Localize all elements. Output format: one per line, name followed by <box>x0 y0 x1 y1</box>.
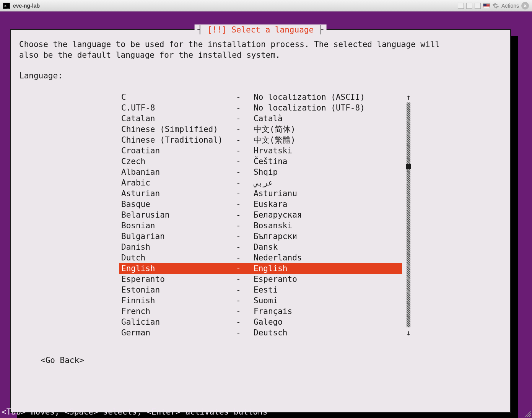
language-name: Chinese (Simplified) <box>121 124 236 135</box>
separator: - <box>236 188 254 199</box>
language-row[interactable]: English-English <box>119 263 402 274</box>
resize-grip-icon[interactable] <box>524 410 531 417</box>
close-icon[interactable]: × <box>521 2 529 10</box>
language-native: No localization (ASCII) <box>254 92 402 102</box>
language-native: Shqip <box>254 167 402 177</box>
separator: - <box>236 285 254 295</box>
separator: - <box>236 156 254 167</box>
scroll-down-icon[interactable]: ↓ <box>406 327 411 338</box>
language-row[interactable]: Estonian-Eesti <box>119 285 402 295</box>
separator: - <box>236 135 254 145</box>
language-native: Deutsch <box>254 327 402 338</box>
language-row[interactable]: French-Français <box>119 306 402 317</box>
language-name: Asturian <box>121 188 236 199</box>
language-native: Esperanto <box>254 274 402 285</box>
language-native: Беларуская <box>254 210 402 220</box>
language-row[interactable]: Danish-Dansk <box>119 242 402 252</box>
separator: - <box>236 167 254 177</box>
language-name: Danish <box>121 242 236 252</box>
language-row[interactable]: Croatian-Hrvatski <box>119 145 402 156</box>
language-name: Catalan <box>121 113 236 124</box>
language-name: German <box>121 327 236 338</box>
go-back-button[interactable]: <Go Back> <box>41 355 502 366</box>
language-row[interactable]: Asturian-Asturianu <box>119 188 402 199</box>
separator: - <box>236 220 254 231</box>
language-native: English <box>254 263 402 274</box>
language-row[interactable]: Esperanto-Esperanto <box>119 274 402 285</box>
language-row[interactable]: German-Deutsch <box>119 327 402 338</box>
language-name: Bulgarian <box>121 231 236 242</box>
title-text: Select a language <box>231 25 314 34</box>
separator: - <box>236 317 254 327</box>
language-list[interactable]: C-No localization (ASCII)C.UTF-8-No loca… <box>119 92 402 338</box>
dialog-title: ┤ [!!] Select a language ├ <box>195 24 327 35</box>
language-row[interactable]: Galician-Galego <box>119 317 402 327</box>
language-row[interactable]: Albanian-Shqip <box>119 167 402 177</box>
separator: - <box>236 252 254 263</box>
separator: - <box>236 210 254 220</box>
language-native: Nederlands <box>254 252 402 263</box>
language-name: Esperanto <box>121 274 236 285</box>
separator: - <box>236 124 254 135</box>
language-row[interactable]: Basque-Euskara <box>119 199 402 210</box>
scroll-track[interactable] <box>407 102 410 327</box>
language-native: Suomi <box>254 295 402 306</box>
language-native: Français <box>254 306 402 317</box>
language-name: Belarusian <box>121 210 236 220</box>
title-prefix: [!!] <box>207 25 227 34</box>
language-native: Eesti <box>254 285 402 295</box>
separator: - <box>236 274 254 285</box>
language-row[interactable]: Catalan-Català <box>119 113 402 124</box>
language-name: Albanian <box>121 167 236 177</box>
separator: - <box>236 231 254 242</box>
console-area: ┤ [!!] Select a language ├ Choose the la… <box>0 11 532 418</box>
language-name: C.UTF-8 <box>121 102 236 113</box>
language-native: عربي <box>254 177 402 188</box>
language-row[interactable]: Czech-Čeština <box>119 156 402 167</box>
hint-bar: <Tab> moves; <Space> selects; <Enter> ac… <box>0 406 532 418</box>
language-native: Dansk <box>254 242 402 252</box>
separator: - <box>236 92 254 102</box>
language-name: Croatian <box>121 145 236 156</box>
language-name: Basque <box>121 199 236 210</box>
window-button-1[interactable] <box>458 3 464 9</box>
scroll-up-icon[interactable]: ↑ <box>406 92 411 102</box>
language-native: Asturianu <box>254 188 402 199</box>
separator: - <box>236 306 254 317</box>
title-bracket-left: ┤ <box>198 25 207 34</box>
language-row[interactable]: Chinese (Traditional)-中文(繁體) <box>119 135 402 145</box>
window-button-3[interactable] <box>475 3 481 9</box>
language-native: Български <box>254 231 402 242</box>
language-row[interactable]: Bosnian-Bosanski <box>119 220 402 231</box>
window-titlebar: >_ eve-ng-lab Actions × <box>0 0 532 11</box>
language-row[interactable]: Dutch-Nederlands <box>119 252 402 263</box>
language-name: Finnish <box>121 295 236 306</box>
title-bracket-right: ├ <box>319 25 324 34</box>
actions-label[interactable]: Actions <box>501 3 519 9</box>
language-row[interactable]: Bulgarian-Български <box>119 231 402 242</box>
scroll-thumb[interactable] <box>406 164 411 169</box>
separator: - <box>236 327 254 338</box>
separator: - <box>236 242 254 252</box>
language-row[interactable]: Chinese (Simplified)-中文(简体) <box>119 124 402 135</box>
terminal-icon: >_ <box>3 3 10 9</box>
window-title: eve-ng-lab <box>13 3 40 9</box>
language-native: Bosanski <box>254 220 402 231</box>
flag-us-icon <box>483 3 490 8</box>
language-name: Galician <box>121 317 236 327</box>
language-row[interactable]: Belarusian-Беларуская <box>119 210 402 220</box>
language-name: Estonian <box>121 285 236 295</box>
dialog-instructions: Choose the language to be used for the i… <box>19 39 502 60</box>
language-row[interactable]: C.UTF-8-No localization (UTF-8) <box>119 102 402 113</box>
language-row[interactable]: Arabic-عربي <box>119 177 402 188</box>
language-name: Bosnian <box>121 220 236 231</box>
gear-icon[interactable] <box>492 2 499 9</box>
scrollbar[interactable]: ↑ ↓ <box>405 92 412 338</box>
window-button-2[interactable] <box>466 3 472 9</box>
separator: - <box>236 199 254 210</box>
language-row[interactable]: Finnish-Suomi <box>119 295 402 306</box>
language-native: No localization (UTF-8) <box>254 102 402 113</box>
svg-text:>_: >_ <box>4 3 10 8</box>
language-native: 中文(繁體) <box>254 135 402 145</box>
language-row[interactable]: C-No localization (ASCII) <box>119 92 402 102</box>
